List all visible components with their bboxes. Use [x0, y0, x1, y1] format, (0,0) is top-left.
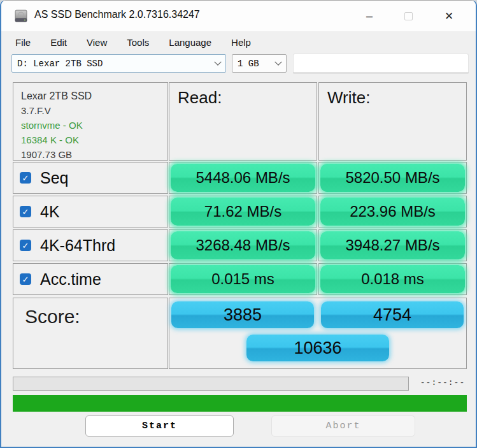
seq-write-value: 5820.50 MB/s: [320, 164, 465, 192]
check-icon: ✓: [22, 208, 29, 216]
4k-read-cell: 71.62 MB/s: [169, 196, 317, 228]
status-field[interactable]: [293, 54, 469, 73]
acctime-write-value: 0.018 ms: [320, 265, 465, 293]
write-column-header: Write:: [318, 82, 467, 161]
window-title: AS SSD Benchmark 2.0.7316.34247: [34, 9, 200, 20]
minimize-button[interactable]: –: [356, 4, 383, 27]
close-icon: ✕: [445, 10, 453, 23]
app-window: AS SSD Benchmark 2.0.7316.34247 – ✕ File…: [0, 0, 477, 448]
test-row-4k64thrd: ✓ 4K-64Thrd: [13, 229, 168, 261]
check-icon: ✓: [22, 174, 29, 182]
minimize-icon: –: [366, 10, 373, 23]
driver-status: stornvme - OK: [21, 118, 160, 133]
test-row-4k: ✓ 4K: [13, 196, 168, 228]
test-row-acctime: ✓ Acc.time: [13, 263, 168, 295]
overall-status-bar: [13, 395, 467, 412]
seq-write-cell: 5820.50 MB/s: [318, 162, 467, 194]
time-remaining: --:--:--: [415, 378, 470, 387]
drive-select-value: D: Lexar 2TB SSD: [17, 59, 103, 69]
seq-read-value: 5448.06 MB/s: [171, 164, 315, 192]
acctime-checkbox[interactable]: ✓: [20, 273, 31, 285]
score-total-value: 10636: [246, 335, 389, 361]
abort-button[interactable]: Abort: [271, 415, 415, 437]
4k-write-value: 223.96 MB/s: [320, 198, 465, 226]
menu-view[interactable]: View: [87, 37, 107, 48]
maximize-button[interactable]: [395, 4, 422, 27]
4k-64thrd-read-value: 3268.48 MB/s: [171, 231, 315, 259]
maximize-icon: [404, 12, 413, 20]
acctime-write-cell: 0.018 ms: [318, 263, 467, 295]
score-write-value: 4754: [321, 301, 464, 328]
score-label: Score:: [13, 298, 168, 369]
4k-write-cell: 223.96 MB/s: [318, 196, 467, 228]
drive-capacity: 1907.73 GB: [21, 147, 160, 162]
hard-drive-icon: [13, 8, 29, 24]
alignment-status: 16384 K - OK: [21, 133, 160, 147]
chevron-down-icon: [274, 58, 281, 65]
check-icon: ✓: [22, 242, 29, 250]
4k-checkbox[interactable]: ✓: [20, 206, 31, 217]
drive-firmware: 3.7.F.V: [21, 103, 160, 118]
close-button[interactable]: ✕: [436, 4, 462, 27]
chevron-down-icon: [214, 58, 221, 65]
seq-read-cell: 5448.06 MB/s: [169, 162, 317, 194]
seq-label: Seq: [40, 169, 68, 187]
4k-64thrd-checkbox[interactable]: ✓: [20, 240, 31, 251]
menu-help[interactable]: Help: [231, 37, 251, 48]
drive-name: Lexar 2TB SSD: [21, 89, 160, 103]
progress-bar: [13, 377, 409, 391]
acctime-label: Acc.time: [40, 270, 101, 289]
menu-bar: File Edit View Tools Language Help: [1, 31, 476, 53]
drive-select[interactable]: D: Lexar 2TB SSD: [11, 54, 226, 73]
score-read-value: 3885: [171, 301, 314, 328]
seq-checkbox[interactable]: ✓: [20, 172, 31, 184]
start-button[interactable]: Start: [85, 415, 234, 437]
test-row-seq: ✓ Seq: [13, 162, 168, 194]
4k-64thrd-label: 4K-64Thrd: [40, 236, 115, 255]
4k-64thrd-write-cell: 3948.27 MB/s: [318, 229, 467, 261]
check-icon: ✓: [22, 275, 29, 284]
read-column-header: Read:: [169, 82, 317, 161]
menu-language[interactable]: Language: [169, 37, 211, 48]
4k-label: 4K: [40, 203, 60, 221]
menu-file[interactable]: File: [15, 37, 31, 48]
test-size-select[interactable]: 1 GB: [232, 54, 287, 73]
title-bar: AS SSD Benchmark 2.0.7316.34247 – ✕: [1, 1, 476, 31]
menu-tools[interactable]: Tools: [127, 37, 149, 48]
acctime-read-value: 0.015 ms: [171, 265, 315, 293]
4k-64thrd-read-cell: 3268.48 MB/s: [169, 229, 317, 261]
test-size-value: 1 GB: [238, 59, 259, 69]
drive-info-panel: Lexar 2TB SSD 3.7.F.V stornvme - OK 1638…: [13, 82, 168, 161]
4k-read-value: 71.62 MB/s: [171, 198, 315, 226]
menu-edit[interactable]: Edit: [50, 37, 67, 48]
acctime-read-cell: 0.015 ms: [169, 263, 317, 295]
4k-64thrd-write-value: 3948.27 MB/s: [320, 231, 465, 259]
